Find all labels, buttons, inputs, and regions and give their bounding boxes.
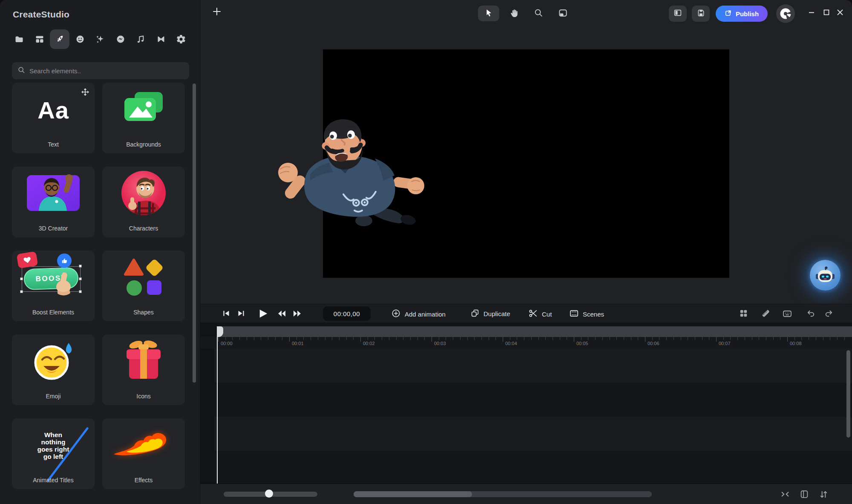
ruler-tick: [723, 337, 724, 340]
scrubber-track[interactable]: [218, 326, 852, 337]
sidebar-tab-bar: [9, 28, 191, 50]
cut-button[interactable]: Cut: [528, 308, 552, 320]
window-minimize-button[interactable]: [806, 8, 817, 19]
createstudio-logo[interactable]: [776, 4, 795, 23]
captions-icon: [782, 308, 792, 319]
reorder-tracks-button[interactable]: [817, 488, 830, 501]
card-emoji[interactable]: Emoji: [12, 334, 95, 405]
add-animation-button[interactable]: Add animation: [391, 308, 446, 320]
card-shapes[interactable]: Shapes: [102, 251, 185, 321]
horizontal-scroll-thumb[interactable]: [354, 491, 472, 497]
ruler-tick-label: 00:05: [576, 341, 588, 346]
ruler-tick: [652, 337, 653, 340]
ruler-tick: [261, 337, 261, 340]
sidebar-scrollbar[interactable]: [193, 84, 196, 383]
save-button[interactable]: [692, 6, 710, 22]
tab-elements[interactable]: [50, 29, 69, 49]
ruler-tick-label: 00:04: [505, 341, 517, 346]
pan-tool-button[interactable]: [505, 5, 522, 22]
publish-button[interactable]: Publish: [716, 6, 768, 22]
undo-button[interactable]: [806, 308, 816, 318]
external-link-icon: [725, 9, 732, 18]
timeline-zoom-knob[interactable]: [265, 490, 273, 498]
search-input[interactable]: [29, 67, 184, 75]
duplicate-button[interactable]: Duplicate: [470, 308, 510, 319]
ai-assistant-button[interactable]: [810, 260, 840, 291]
grid-view-button[interactable]: [739, 308, 748, 318]
tab-music[interactable]: [131, 29, 150, 49]
scenes-button[interactable]: Scenes: [569, 308, 604, 320]
tab-projects[interactable]: [9, 29, 29, 49]
ruler-tick-label: 00:02: [363, 341, 375, 346]
track-row[interactable]: [214, 348, 852, 383]
card-boost-elements[interactable]: BOOST Boost Elements: [12, 251, 95, 321]
zoom-tool-button[interactable]: [530, 5, 547, 22]
ruler-tick: [446, 337, 446, 340]
ruler-tick: [303, 337, 304, 340]
timeline-ruler-ticks: 00:0000:0100:0200:0300:0400:0500:0600:07…: [218, 337, 852, 348]
card-characters[interactable]: Characters: [102, 167, 185, 237]
tab-effects[interactable]: [90, 29, 110, 49]
ruler-tick: [247, 337, 247, 340]
ruler-tick: [745, 337, 745, 340]
collapse-timeline-button[interactable]: [779, 489, 792, 499]
add-scene-button[interactable]: [210, 5, 224, 20]
plus-circle-icon: [391, 308, 401, 320]
ruler-tick-label: 00:00: [221, 341, 233, 346]
robot-icon: [815, 266, 835, 284]
timeline-horizontal-scrollbar[interactable]: [354, 491, 652, 497]
timeline-tracks[interactable]: [214, 348, 852, 484]
ruler-tick: [766, 337, 766, 340]
app-title: CreateStudio: [13, 9, 69, 20]
ruler-tick: [801, 337, 802, 340]
ruler-tick: [830, 337, 830, 340]
timeline-vertical-scrollbar[interactable]: [846, 350, 850, 438]
track-row[interactable]: [214, 383, 852, 417]
track-row[interactable]: [214, 417, 852, 451]
3d-character-object[interactable]: [268, 107, 429, 230]
captions-button[interactable]: [782, 308, 792, 319]
canvas-workspace[interactable]: [200, 27, 852, 304]
timeline-bottom-bar: [200, 484, 852, 504]
card-effects[interactable]: Effects: [102, 418, 185, 489]
skip-to-end-button[interactable]: [237, 309, 246, 318]
ruler-tick: [396, 337, 397, 340]
ruler-tick: [417, 337, 418, 340]
ruler-tick: [730, 337, 731, 340]
card-backgrounds[interactable]: Backgrounds: [102, 83, 185, 153]
card-text[interactable]: Aa Text: [12, 83, 95, 153]
window-close-button[interactable]: [835, 8, 846, 19]
ruler-tick: [716, 337, 717, 342]
track-row[interactable]: [214, 451, 852, 484]
tab-templates[interactable]: [30, 29, 49, 49]
ruler-tick: [574, 337, 574, 342]
tab-messenger[interactable]: [111, 29, 130, 49]
skip-to-start-button[interactable]: [222, 309, 230, 318]
redo-button[interactable]: [824, 308, 834, 318]
timeline-ruler[interactable]: 00:0000:0100:0200:0300:0400:0500:0600:07…: [200, 337, 852, 348]
magnifier-icon: [534, 8, 543, 19]
tab-emoji[interactable]: [70, 29, 90, 49]
sparkles-icon: [95, 34, 105, 44]
ruler-tick: [432, 337, 432, 342]
ruler-tick: [374, 337, 375, 340]
layers-panel-toggle-button[interactable]: [669, 6, 687, 22]
ruler-tick: [318, 337, 318, 340]
select-tool-button[interactable]: [478, 6, 499, 21]
ruler-tick: [695, 337, 695, 340]
fast-forward-button[interactable]: [292, 308, 302, 319]
tab-settings[interactable]: [171, 29, 191, 49]
play-button[interactable]: [256, 307, 269, 320]
window-maximize-button[interactable]: [821, 8, 832, 19]
side-panel-button[interactable]: [798, 488, 811, 501]
frame-tool-button[interactable]: [554, 5, 571, 22]
characters-art: [120, 169, 167, 219]
rocket-elements-icon: [54, 34, 65, 45]
card-animated-titles[interactable]: When nothing goes right go left Animated…: [12, 418, 95, 489]
rewind-button[interactable]: [276, 308, 287, 319]
ruler-tick: [239, 337, 240, 340]
tab-transitions[interactable]: [151, 29, 171, 49]
card-icons[interactable]: Icons: [102, 334, 185, 405]
ruler-button[interactable]: [760, 308, 771, 319]
card-3d-creator[interactable]: 3D Creator: [12, 167, 95, 237]
